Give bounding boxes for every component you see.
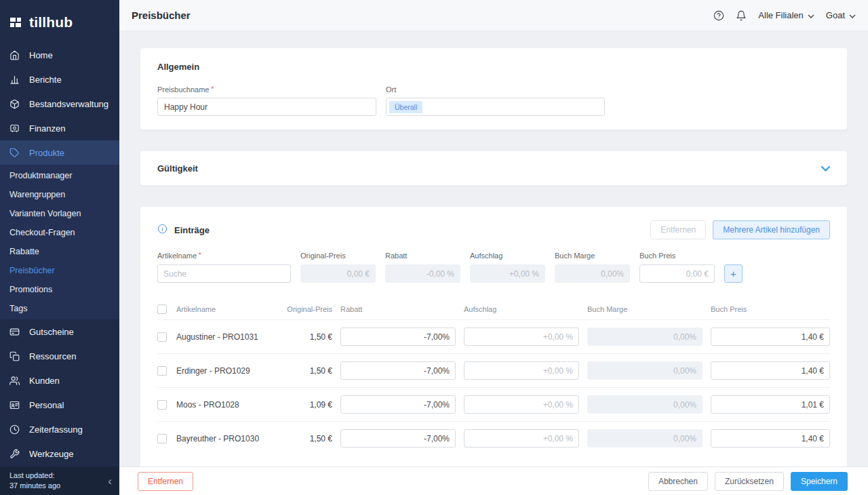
pricebook-name-field: Preisbuchname	[157, 85, 376, 116]
row-book-margin-input	[587, 429, 703, 448]
remove-entries-button[interactable]: Entfernen	[650, 220, 706, 239]
action-bar: Entfernen Abbrechen Zurücksetzen Speiche…	[119, 467, 868, 495]
row-book-price-input[interactable]	[711, 429, 830, 448]
row-surcharge-input[interactable]	[464, 429, 579, 448]
article-name-cell: Artikelname	[157, 252, 291, 283]
products-tag-icon	[9, 147, 20, 158]
row-discount-input[interactable]	[340, 361, 456, 380]
sidebar-item-ressourcen[interactable]: Ressourcen	[0, 344, 119, 368]
location-input[interactable]: Überall	[386, 98, 605, 116]
col-buch-marge: Buch Marge	[587, 305, 703, 313]
add-entry-button[interactable]: +	[724, 264, 743, 283]
sidebar-subitem-label: Tags	[9, 304, 27, 313]
sidebar-item-bestandsverwaltung[interactable]: Bestandsverwaltung	[0, 92, 119, 116]
sidebar-subitem-preisbuecher[interactable]: Preisbücher	[0, 261, 119, 280]
row-checkbox[interactable]	[157, 400, 167, 410]
resources-icon	[9, 351, 20, 361]
row-book-price-input[interactable]	[711, 361, 830, 380]
book-margin-label: Buch Marge	[555, 252, 630, 260]
sidebar-item-personal[interactable]: Personal	[0, 393, 119, 417]
original-price-cell: Original-Preis	[300, 252, 376, 283]
staff-badge-icon	[9, 399, 20, 410]
sidebar-item-berichte[interactable]: Berichte	[0, 67, 119, 92]
allgemein-card: Allgemein Preisbuchname Ort Überall	[140, 47, 848, 130]
row-book-price-input[interactable]	[711, 328, 830, 346]
location-field: Ort Überall	[386, 85, 605, 116]
row-book-margin-input	[587, 395, 703, 414]
customers-icon	[9, 375, 20, 386]
sidebar-item-label: Home	[29, 50, 53, 60]
delete-pricebook-button[interactable]: Entfernen	[138, 472, 193, 491]
brand-name: tillhub	[29, 14, 73, 31]
collapse-sidebar-icon[interactable]: ‹	[108, 475, 112, 487]
branch-selector[interactable]: Alle Filialen	[758, 10, 814, 20]
discount-label: Rabatt	[385, 252, 460, 260]
sidebar-item-home[interactable]: Home	[0, 43, 119, 67]
notifications-bell-icon[interactable]	[736, 10, 747, 21]
topbar: Preisbücher Alle Filialen Goat	[119, 0, 868, 31]
original-price-value: 1,50 €	[285, 434, 332, 443]
row-discount-input[interactable]	[340, 328, 456, 346]
location-label: Ort	[386, 85, 605, 94]
cancel-button[interactable]: Abbrechen	[648, 472, 708, 491]
sidebar-subitem-varianten-vorlagen[interactable]: Varianten Vorlagen	[0, 204, 119, 223]
row-discount-input[interactable]	[340, 395, 456, 414]
tillhub-logo-icon	[9, 16, 23, 29]
reset-button[interactable]: Zurücksetzen	[715, 472, 784, 491]
sidebar-item-label: Produkte	[29, 148, 64, 158]
article-search-input[interactable]	[157, 264, 291, 283]
sidebar-item-zeiterfassung[interactable]: Zeiterfassung	[0, 417, 119, 441]
sidebar-subitem-tags[interactable]: Tags	[0, 299, 119, 318]
sidebar-item-gutscheine[interactable]: Gutscheine	[0, 319, 119, 344]
original-price-value: 1,09 €	[285, 400, 332, 410]
inventory-icon	[9, 98, 20, 109]
sidebar-subitem-rabatte[interactable]: Rabatte	[0, 242, 119, 261]
row-discount-input[interactable]	[340, 429, 456, 448]
surcharge-input	[470, 264, 545, 283]
pricebook-name-label: Preisbuchname	[157, 85, 376, 94]
sidebar-item-label: Werkzeuge	[29, 449, 74, 459]
col-aufschlag: Aufschlag	[464, 305, 579, 313]
book-price-input[interactable]	[639, 264, 715, 283]
sidebar-subitem-warengruppen[interactable]: Warengruppen	[0, 185, 119, 204]
col-original-preis: Original-Preis	[285, 305, 332, 313]
table-row: Erdinger - PRO1029 1,50 €	[157, 353, 830, 387]
row-book-price-input[interactable]	[711, 395, 830, 414]
row-checkbox[interactable]	[157, 332, 167, 342]
chevron-down-icon	[849, 10, 856, 20]
sidebar-subitem-checkout-fragen[interactable]: Checkout-Fragen	[0, 223, 119, 242]
row-book-margin-input	[587, 328, 703, 346]
row-checkbox[interactable]	[157, 434, 167, 443]
sidebar-item-label: Gutscheine	[29, 327, 74, 337]
sidebar-item-label: Kunden	[29, 376, 60, 386]
sidebar-item-kunden[interactable]: Kunden	[0, 368, 119, 393]
account-menu[interactable]: Goat	[826, 10, 856, 20]
gueltigkeit-card[interactable]: Gültigkeit	[140, 151, 848, 186]
sidebar-item-produkte[interactable]: Produkte	[0, 140, 119, 165]
sidebar-item-finanzen[interactable]: Finanzen	[0, 116, 119, 140]
pricebook-name-input[interactable]	[157, 98, 376, 116]
sidebar-footer[interactable]: Last updated: 37 minutes ago ‹	[0, 467, 119, 495]
row-surcharge-input[interactable]	[464, 328, 579, 346]
book-margin-input	[555, 264, 630, 283]
save-button[interactable]: Speichern	[791, 472, 848, 491]
article-name: Bayreuther - PRO1030	[176, 434, 277, 443]
surcharge-cell: Aufschlag	[470, 252, 545, 283]
sidebar-item-werkzeuge[interactable]: Werkzeuge	[0, 441, 119, 466]
sidebar-subitem-promotions[interactable]: Promotions	[0, 280, 119, 299]
sidebar-subitem-label: Rabatte	[9, 247, 39, 256]
sidebar-subitem-produktmanager[interactable]: Produktmanager	[0, 166, 119, 185]
original-price-value: 1,50 €	[285, 332, 332, 342]
sidebar-item-label: Zeiterfassung	[29, 424, 83, 435]
brand-logo[interactable]: tillhub	[0, 0, 119, 43]
location-chip[interactable]: Überall	[389, 101, 422, 113]
row-checkbox[interactable]	[157, 366, 167, 376]
add-multiple-articles-button[interactable]: Mehrere Artikel hinzufügen	[713, 220, 830, 239]
row-surcharge-input[interactable]	[464, 361, 579, 380]
expand-chevron-down-icon[interactable]	[821, 162, 830, 174]
help-icon[interactable]	[713, 10, 724, 21]
row-surcharge-input[interactable]	[464, 395, 579, 414]
discount-cell: Rabatt	[385, 252, 460, 283]
entry-form: Artikelname Original-Preis Rabatt Aufsch…	[157, 252, 830, 283]
select-all-checkbox[interactable]	[157, 304, 167, 314]
